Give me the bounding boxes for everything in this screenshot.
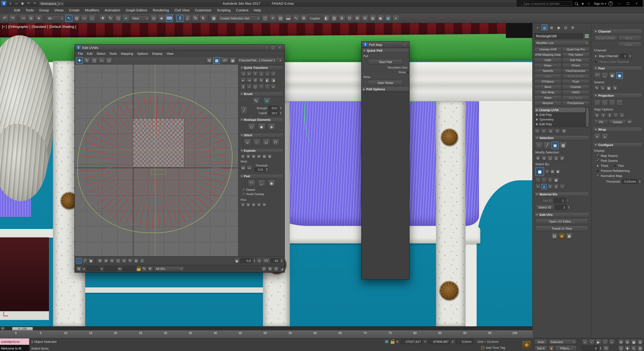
paint-weights-icon[interactable]: ✎ [142, 266, 147, 271]
axis-y-button[interactable]: Y [548, 184, 553, 189]
modifier-list-dropdown[interactable]: Modifier List [534, 40, 589, 46]
modifier-button-spherify[interactable]: Spherify [534, 69, 562, 73]
timeline-tick[interactable]: 45 [237, 331, 243, 338]
rectangularize-icon[interactable]: ◈ [268, 123, 275, 131]
pelt-dialog-icon[interactable]: ◉ [558, 233, 565, 239]
maxscript-listener-line[interactable]: Welcome to M [0, 345, 30, 351]
menu-item[interactable]: Tools [23, 7, 36, 13]
angle-snap-icon[interactable]: ∠ [184, 15, 191, 22]
select-by-element-icon[interactable]: ▦ [560, 142, 567, 149]
uv-freeform-icon[interactable]: ▭ [98, 57, 105, 64]
maximize-button[interactable]: ▢ [270, 45, 276, 50]
create-key-icon[interactable]: ✚ [522, 340, 531, 349]
timeline-tick[interactable]: 15 [88, 331, 94, 338]
vertex-color-radio[interactable]: Vertex Color Channel [594, 60, 641, 64]
align-z-button[interactable]: Z [607, 113, 612, 118]
track-bar[interactable]: 0510152025303540455055606570758085909510… [0, 330, 533, 338]
rollout-header[interactable]: Edit UVs [534, 212, 589, 217]
align-horizontal-icon[interactable]: ↔ [265, 71, 270, 77]
best-align-icon[interactable]: ▣ [619, 113, 624, 118]
schematic-view-icon[interactable]: ⊞ [300, 15, 307, 22]
previous-frame-icon[interactable]: ‹ [589, 339, 595, 345]
zoom-all-icon[interactable]: ⊚ [624, 339, 630, 345]
align-bottom-icon[interactable]: ⊥ [258, 71, 264, 77]
modifier-button-poly-select[interactable]: Poly Select [562, 52, 589, 57]
show-checkbox[interactable]: Show [363, 71, 410, 74]
target-weld-icon[interactable]: ⊶ [246, 165, 252, 171]
key-filters-button[interactable]: Filters... [555, 345, 576, 351]
next-frame-icon[interactable]: › [602, 339, 608, 345]
timeline-tick[interactable]: 5 [38, 331, 44, 338]
tab-motion[interactable]: ◉ [556, 25, 562, 30]
menu-item[interactable]: Animation [102, 7, 123, 13]
uv-options-icon[interactable]: ⊞ [76, 266, 82, 271]
select-by-material-icon[interactable]: ▩ [556, 169, 560, 174]
align-top-icon[interactable]: ⊤ [252, 71, 258, 77]
axis-x-button[interactable]: X [541, 184, 547, 189]
weld-selected-icon[interactable]: ⋈ [240, 165, 246, 171]
visibility-icon[interactable] [536, 122, 538, 125]
menu-item[interactable]: Create [66, 7, 82, 13]
edit-seams-icon[interactable]: ▣ [616, 72, 623, 79]
rendered-frame-icon[interactable]: ▣ [384, 15, 392, 22]
prevent-reflattening-checkbox[interactable]: Prevent Reflattening [596, 169, 641, 173]
configure-modifier-sets-icon[interactable]: ⚙ [561, 129, 567, 134]
explode-face-icon[interactable]: ▤ [262, 154, 267, 159]
pin-corners-icon[interactable]: ⊜ [256, 202, 261, 207]
play-icon[interactable]: ▶ [595, 339, 602, 345]
texture-checker-icon[interactable]: ▩ [230, 57, 236, 64]
viewport-menu-pov[interactable]: [Orthographic ] [8, 25, 30, 29]
set-key-button[interactable]: Set K [535, 345, 548, 351]
key-selection-dropdown[interactable]: Selected [548, 339, 576, 344]
go-to-end-icon[interactable]: » [609, 339, 615, 345]
spinner-snap-icon[interactable]: ⇅ [200, 15, 206, 22]
percent-snap-icon[interactable]: % [192, 15, 199, 22]
uv-template-icon[interactable]: ▤ [551, 233, 558, 239]
linear-align-icon[interactable]: ∥ [240, 84, 246, 89]
menu-item[interactable]: Display [150, 51, 164, 56]
ignore-backfacing-icon[interactable]: ◍ [134, 258, 139, 263]
keyboard-override-icon[interactable]: ⌨ [166, 15, 173, 22]
zoom-icon[interactable]: ⊕ [268, 266, 273, 271]
select-and-place-icon[interactable]: ● [122, 15, 130, 22]
select-and-rotate-icon[interactable]: ↻ [107, 15, 114, 22]
menu-item[interactable]: Customize [192, 7, 214, 13]
quick-peel-icon[interactable]: ◠ [248, 180, 255, 187]
start-relax-button[interactable]: Start Relax [368, 80, 403, 85]
snap-toggle-3d-icon[interactable]: 3 [176, 15, 184, 22]
material-editor-icon[interactable]: ◍ [369, 15, 376, 22]
modifier-button-noise[interactable]: Noise [534, 95, 562, 100]
spline-map-icon[interactable]: ◐ [594, 133, 601, 140]
weld-threshold-field[interactable]: 0,01 [254, 168, 265, 172]
straighten-element-icon[interactable]: ◆ [258, 123, 265, 131]
timeline-tick[interactable]: 65 [337, 331, 343, 338]
freeze-icon[interactable]: ❄ [148, 266, 153, 271]
relax-brush-icon[interactable]: ⊛ [263, 97, 270, 105]
pick-checker-icon[interactable]: ▦ [554, 177, 559, 183]
visibility-icon[interactable] [536, 113, 538, 116]
convert-to-vertex-icon[interactable]: ◻ [535, 177, 541, 183]
pan-view-icon[interactable]: ✚ [624, 345, 630, 351]
stitch-to-target-icon[interactable]: ⊓ [272, 139, 279, 146]
use-pivot-point-icon[interactable]: ◎ [150, 15, 157, 22]
curve-editor-icon[interactable]: ∿ [292, 15, 300, 22]
show-end-result-icon[interactable]: ≈ [541, 129, 547, 134]
rollout-header[interactable]: Reshape Elements [240, 118, 284, 122]
timeline-tick[interactable]: 100 [512, 331, 518, 338]
time-slider[interactable]: ∿ 0 / 100 [0, 326, 533, 330]
render-uvs-icon[interactable]: ▣ [566, 233, 572, 239]
align-vertical-icon[interactable]: ↕ [271, 71, 276, 77]
align-x-button[interactable]: X [594, 113, 600, 118]
visibility-icon[interactable] [536, 108, 538, 111]
modifier-button-edit-spline[interactable]: Edit Spline [562, 95, 589, 100]
copitor-button[interactable]: Copitor [308, 16, 322, 20]
align-left-icon[interactable]: ⊣ [240, 71, 246, 77]
set-keys-icon[interactable]: ◈ [548, 345, 554, 351]
uv-face-mode-icon[interactable]: ▣ [88, 258, 94, 263]
unfold-strip-icon[interactable]: ◒ [602, 133, 608, 140]
point-to-point-seam-icon[interactable]: ∿ [600, 85, 606, 91]
open-uv-editor-button[interactable]: Open UV Editor ... [535, 219, 588, 224]
expand-to-seam-icon[interactable]: ⇉ [612, 85, 618, 91]
brush-strength-spinner[interactable] [280, 106, 282, 110]
load-uvws-button[interactable]: Load... [618, 42, 641, 47]
